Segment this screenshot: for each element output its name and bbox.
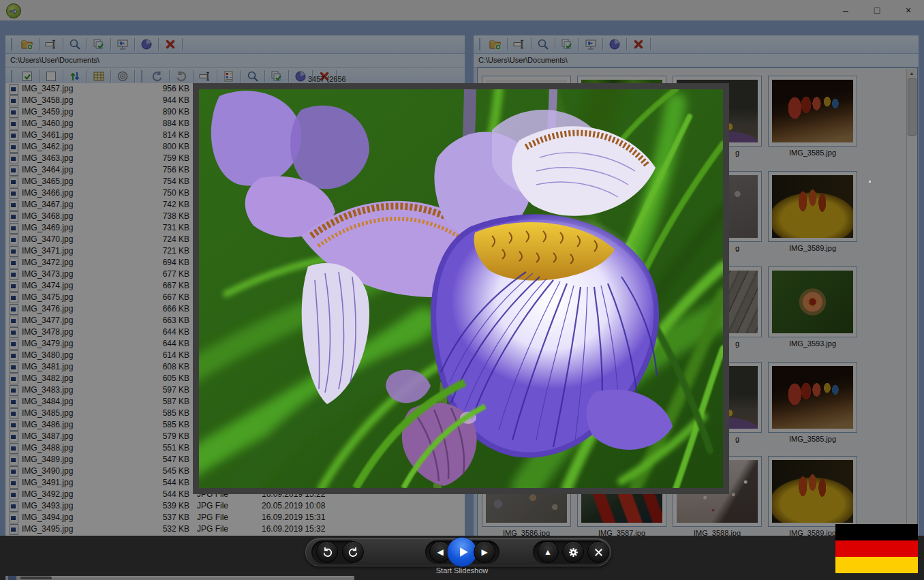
file-size: 544 KB bbox=[135, 489, 189, 500]
file-icon bbox=[10, 501, 18, 512]
thumbnail-cell[interactable] bbox=[768, 76, 857, 147]
screen-export-button[interactable] bbox=[114, 37, 131, 52]
copy-check-icon bbox=[561, 38, 573, 50]
file-icon bbox=[10, 466, 18, 477]
slideshow-button-pill: ◀▶▲ bbox=[305, 538, 611, 566]
file-name: IMG_3461.jpg bbox=[22, 129, 73, 141]
toolbar-grip bbox=[479, 38, 484, 50]
next-button[interactable]: ▶ bbox=[474, 541, 495, 563]
file-row[interactable]: IMG_3494.jpg537 KBJPG File16.09.2019 15:… bbox=[5, 512, 465, 523]
file-icon bbox=[10, 304, 18, 315]
title-bar: – □ × bbox=[0, 0, 924, 20]
bottom-ui-sliver bbox=[5, 576, 354, 580]
file-info-button[interactable] bbox=[221, 69, 237, 84]
pie-chart-button[interactable] bbox=[138, 37, 155, 52]
right-toolbar-main bbox=[474, 35, 919, 54]
rotate-right-button[interactable] bbox=[342, 541, 364, 563]
image-viewer[interactable] bbox=[193, 83, 729, 494]
thumbnail-cell[interactable] bbox=[768, 362, 857, 433]
file-size: 667 KB bbox=[135, 280, 189, 292]
close-button[interactable] bbox=[587, 541, 609, 563]
copy-check-button[interactable] bbox=[268, 69, 285, 84]
delete-x-button[interactable] bbox=[630, 37, 647, 52]
search-button[interactable] bbox=[535, 37, 551, 52]
file-name: IMG_3471.jpg bbox=[22, 245, 73, 257]
screen-export-button[interactable] bbox=[583, 37, 599, 52]
thumbnail-cell[interactable] bbox=[768, 266, 857, 337]
folder-add-button[interactable] bbox=[487, 37, 504, 52]
thumbnail-image bbox=[772, 80, 853, 142]
rename-button[interactable] bbox=[197, 69, 213, 84]
pie-chart-button[interactable] bbox=[606, 37, 623, 52]
toolbar-grip bbox=[11, 70, 16, 82]
rename-button[interactable] bbox=[511, 37, 527, 52]
rotate-right-icon bbox=[348, 547, 359, 558]
left-path-bar[interactable]: C:\Users\User\Documents\ bbox=[5, 54, 465, 67]
search-button[interactable] bbox=[245, 69, 261, 84]
file-name: IMG_3467.jpg bbox=[22, 199, 73, 211]
search-button[interactable] bbox=[67, 37, 83, 52]
file-row[interactable]: IMG_3493.jpg539 KBJPG File20.05.2019 10:… bbox=[5, 500, 465, 512]
thumbnail-image bbox=[772, 366, 853, 429]
folder-add-button[interactable] bbox=[19, 37, 35, 52]
flag-black-band bbox=[835, 524, 918, 540]
file-name: IMG_3465.jpg bbox=[22, 176, 73, 187]
thumbnail-cell[interactable] bbox=[768, 171, 857, 242]
scroll-up-icon[interactable]: ▲ bbox=[907, 69, 917, 78]
scrollbar-thumb[interactable] bbox=[908, 78, 917, 136]
rename-button[interactable] bbox=[43, 37, 59, 52]
file-size: 667 KB bbox=[135, 292, 189, 303]
file-size: 585 KB bbox=[135, 408, 189, 419]
thumbnail-scrollbar[interactable]: ▲ bbox=[906, 69, 917, 580]
toolbar-separator bbox=[217, 70, 217, 82]
copy-check-button[interactable] bbox=[91, 37, 107, 52]
speaker-button[interactable] bbox=[114, 69, 131, 84]
copy-check-button[interactable] bbox=[559, 37, 575, 52]
window-controls: – □ × bbox=[830, 0, 924, 20]
rotate-left-button[interactable] bbox=[316, 541, 338, 563]
toolbar-separator bbox=[626, 38, 627, 50]
redo-button[interactable] bbox=[173, 69, 189, 84]
pie-chart-button[interactable] bbox=[292, 69, 309, 84]
file-size: 539 KB bbox=[135, 500, 189, 512]
file-name: IMG_3491.jpg bbox=[22, 477, 73, 489]
search-icon bbox=[247, 70, 259, 82]
settings-button[interactable] bbox=[562, 541, 584, 563]
file-size: 532 KB bbox=[135, 523, 189, 535]
thumbnail-cell[interactable] bbox=[768, 456, 857, 527]
file-type: JPG File bbox=[197, 523, 228, 535]
delete-x-icon bbox=[164, 38, 176, 50]
thumbnail-label-fragment: g bbox=[735, 339, 739, 348]
file-name: IMG_3477.jpg bbox=[22, 315, 73, 326]
thumbnail-label-fragment: g bbox=[735, 435, 739, 443]
maximize-button[interactable]: □ bbox=[861, 0, 893, 20]
flag-red-band bbox=[835, 540, 918, 557]
file-name: IMG_3493.jpg bbox=[22, 500, 73, 512]
file-name: IMG_3492.jpg bbox=[22, 489, 73, 500]
thumbnail-label: IMG_3589.jpg bbox=[768, 244, 857, 252]
rename-icon bbox=[513, 38, 525, 50]
up-button[interactable]: ▲ bbox=[537, 541, 559, 563]
file-icon bbox=[10, 489, 18, 500]
checkbox-checked-button[interactable] bbox=[19, 69, 35, 84]
file-name: IMG_3457.jpg bbox=[22, 83, 73, 95]
app-logo-icon bbox=[6, 3, 21, 18]
file-date: 20.05.2019 10:08 bbox=[262, 500, 325, 512]
minimize-button[interactable]: – bbox=[830, 0, 861, 20]
delete-x-button[interactable] bbox=[162, 37, 179, 52]
file-info-icon bbox=[223, 70, 235, 82]
file-name: IMG_3490.jpg bbox=[22, 465, 73, 477]
sort-arrows-button[interactable] bbox=[67, 69, 83, 84]
undo-button[interactable] bbox=[149, 69, 166, 84]
checkbox-empty-button[interactable] bbox=[43, 69, 59, 84]
file-size: 597 KB bbox=[135, 384, 189, 396]
file-row[interactable]: IMG_3495.jpg532 KBJPG File16.09.2019 15:… bbox=[5, 523, 465, 535]
play-button[interactable] bbox=[447, 537, 477, 567]
file-name: IMG_3462.jpg bbox=[22, 141, 73, 153]
file-icon bbox=[10, 223, 18, 234]
right-path-bar[interactable]: C:\Users\User\Documents\ bbox=[474, 54, 919, 67]
file-size: 814 KB bbox=[135, 129, 189, 141]
file-size: 721 KB bbox=[135, 245, 189, 257]
close-button[interactable]: × bbox=[893, 0, 924, 20]
grid-view-button[interactable] bbox=[91, 69, 107, 84]
